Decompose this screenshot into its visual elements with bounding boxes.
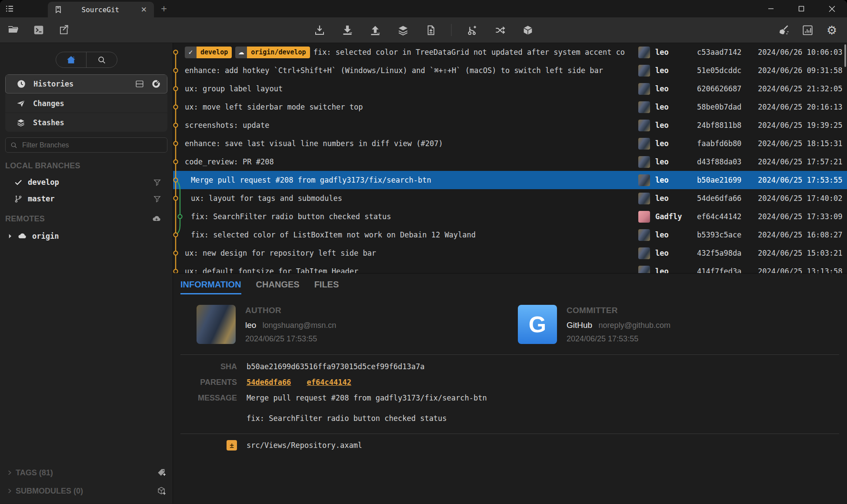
settings-button[interactable]: ⚙	[824, 23, 839, 37]
commit-row[interactable]: ux: default fontsize for TabItem Header …	[173, 262, 847, 273]
toolbar-separator	[451, 24, 452, 36]
new-tab-button[interactable]: +	[154, 0, 174, 17]
avatar	[638, 120, 650, 131]
worktrees-button[interactable]	[520, 23, 535, 37]
filter-branches-input[interactable]	[21, 141, 152, 150]
sidebar-mode-switcher	[56, 52, 117, 68]
commit-subject: code_review: PR #208	[185, 157, 274, 166]
commit-date: 2024/06/25 18:15:31	[758, 139, 847, 148]
chevron-right-icon	[6, 469, 13, 476]
open-repository-button[interactable]	[6, 23, 21, 37]
changed-file-row[interactable]: ± src/Views/Repository.axaml	[180, 440, 839, 451]
fetch-button[interactable]	[312, 23, 327, 37]
avatar	[638, 101, 650, 113]
stashes-button[interactable]	[396, 23, 410, 37]
filter-funnel-icon[interactable]	[153, 195, 161, 203]
sha-value: b50ae21699d63516ffa973015d5cef99f6d13a7a	[247, 360, 424, 373]
avatar	[638, 211, 650, 223]
commit-row[interactable]: ✓ develop ☁ origin/develop fix: selected…	[173, 43, 847, 61]
parent-commit-link[interactable]: 54de6dfa66	[247, 378, 291, 387]
modified-file-icon: ±	[227, 440, 237, 451]
commit-author: leo	[655, 267, 697, 273]
parent-commit-link[interactable]: ef64c44142	[307, 378, 351, 387]
share-button[interactable]	[57, 23, 71, 37]
divider	[180, 354, 839, 355]
titlebar: SourceGit ✕ +	[0, 0, 847, 17]
statistics-button[interactable]	[800, 23, 815, 37]
chevron-right-icon[interactable]	[6, 232, 14, 240]
tab-files[interactable]: FILES	[314, 280, 339, 294]
sidebar-item-changes[interactable]: Changes	[5, 93, 167, 113]
minimize-button[interactable]	[756, 0, 786, 17]
message-label: MESSAGE	[180, 391, 237, 425]
commit-sha: 24bf8811b8	[697, 121, 758, 130]
chevron-right-icon	[6, 487, 13, 494]
add-submodule-icon[interactable]	[157, 486, 167, 496]
local-branches-label: LOCAL BRANCHES	[5, 161, 80, 170]
commit-row[interactable]: ux: new design for repository left side …	[173, 244, 847, 262]
avatar	[638, 47, 650, 58]
branch-row-master[interactable]: master	[0, 190, 173, 207]
commit-row[interactable]: code_review: PR #208 leo d43f88da03 2024…	[173, 153, 847, 171]
share-icon	[58, 24, 70, 36]
tab-close-icon[interactable]: ✕	[138, 5, 150, 14]
tags-section-header[interactable]: TAGS (81)	[0, 464, 173, 482]
commit-subject: enhance: save last visual line numbers i…	[185, 139, 443, 148]
commit-author: leo	[655, 121, 697, 130]
workspace-menu-button[interactable]	[0, 0, 19, 17]
commit-row[interactable]: ux: move left siderbar mode switcher top…	[173, 98, 847, 116]
repository-tab[interactable]: SourceGit ✕	[48, 2, 154, 17]
commit-author: leo	[655, 139, 697, 148]
commit-sha: 54de6dfa66	[697, 194, 758, 203]
push-button[interactable]	[368, 23, 383, 37]
home-mode-button[interactable]	[56, 52, 87, 67]
cube-icon	[522, 24, 534, 36]
submodules-label: SUBMODULES (0)	[16, 487, 157, 496]
commit-sha: b50ae21699	[697, 176, 758, 184]
cleanup-button[interactable]	[776, 23, 790, 37]
committer-label: COMMITTER	[567, 306, 670, 315]
remote-name: origin	[32, 232, 173, 240]
commit-subject: screenshots: update	[185, 121, 269, 130]
remote-row-origin[interactable]: origin	[0, 228, 173, 244]
tab-information[interactable]: INFORMATION	[180, 280, 241, 294]
add-tag-icon[interactable]	[157, 468, 167, 477]
filter-funnel-icon[interactable]	[153, 178, 161, 187]
search-mode-button[interactable]	[87, 52, 117, 67]
tab-changes[interactable]: CHANGES	[256, 280, 300, 294]
commit-row[interactable]: fix: SearchFilter radio button checked s…	[173, 207, 847, 226]
maximize-button[interactable]	[786, 0, 817, 17]
branch-name: master	[28, 194, 153, 203]
pull-button[interactable]	[340, 23, 355, 37]
split-layout-icon[interactable]	[135, 79, 144, 89]
new-branch-button[interactable]	[465, 23, 480, 37]
sidebar-item-histories[interactable]: Histories	[5, 74, 167, 93]
commit-date: 2024/06/25 21:32:05	[758, 84, 847, 93]
commit-row-selected[interactable]: Merge pull request #208 from gadfly3173/…	[173, 171, 847, 189]
sidebar-item-stashes[interactable]: Stashes	[5, 113, 167, 132]
commit-row[interactable]: enhance: add hotkey `Ctrl+Shift+H` (Wind…	[173, 61, 847, 80]
apply-patch-button[interactable]	[424, 23, 438, 37]
committer-avatar: G	[518, 305, 557, 344]
close-button[interactable]	[817, 0, 847, 17]
filter-branches-box	[5, 137, 167, 153]
compare-button[interactable]	[493, 23, 507, 37]
commit-row[interactable]: fix: selected color of ListBoxItem not w…	[173, 226, 847, 244]
commit-history-list: ✓ develop ☁ origin/develop fix: selected…	[173, 43, 847, 273]
commit-row[interactable]: ux: layout for tags and submodules leo 5…	[173, 189, 847, 207]
submodules-section-header[interactable]: SUBMODULES (0)	[0, 482, 173, 500]
commit-subject: ux: layout for tags and submodules	[191, 194, 342, 203]
cloud-icon: ☁	[235, 47, 247, 58]
scrollbar-thumb[interactable]	[844, 44, 846, 67]
branch-row-develop[interactable]: develop	[0, 174, 173, 190]
terminal-button[interactable]	[31, 23, 46, 37]
target-icon[interactable]	[151, 79, 161, 89]
add-remote-icon[interactable]	[152, 214, 161, 224]
commit-row[interactable]: screenshots: update leo 24bf8811b8 2024/…	[173, 116, 847, 134]
commit-row[interactable]: enhance: save last visual line numbers i…	[173, 134, 847, 153]
avatar	[638, 65, 650, 77]
terminal-icon	[33, 24, 44, 36]
cloud-icon	[17, 231, 27, 241]
commit-row[interactable]: ux: group label layout leo 6206626687 20…	[173, 80, 847, 98]
avatar	[638, 138, 650, 150]
